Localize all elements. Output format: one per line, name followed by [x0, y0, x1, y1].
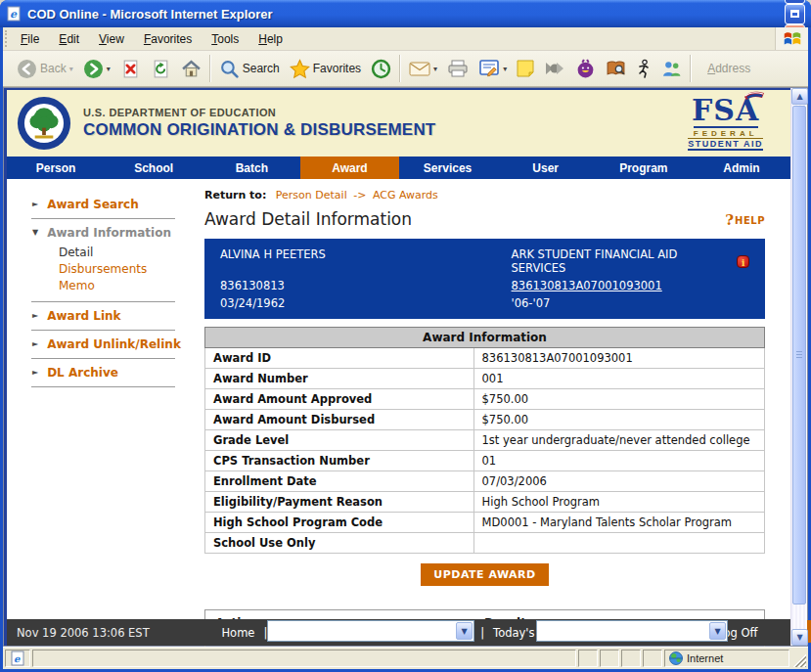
- sidebar-divider: [31, 301, 175, 302]
- tab-batch[interactable]: Batch: [203, 157, 300, 179]
- school-info-icon[interactable]: i: [737, 255, 749, 268]
- breadcrumb: Return to: Person Detail -> ACG Awards: [204, 189, 765, 202]
- field-value: $750.00: [473, 389, 764, 410]
- action-code-select[interactable]: [268, 621, 473, 641]
- expanded-arrow-icon: ▼: [32, 226, 38, 237]
- help-link[interactable]: ? HELP: [725, 211, 765, 229]
- back-button[interactable]: Back ▾: [12, 54, 78, 84]
- sidebar-item-detail[interactable]: Detail: [59, 245, 195, 260]
- sidebar-item-award-information[interactable]: ▼ Award Information: [7, 221, 195, 245]
- award-information-table: Award Information Award ID836130813A0700…: [204, 327, 765, 554]
- tab-award[interactable]: Award: [300, 157, 398, 179]
- maximize-button[interactable]: [785, 4, 805, 24]
- field-label: Award Amount Approved: [205, 389, 474, 410]
- tab-school[interactable]: School: [105, 157, 203, 179]
- vertical-scrollbar[interactable]: ▲ ▼: [790, 88, 807, 646]
- help-label: HELP: [735, 215, 765, 226]
- svg-text:e: e: [14, 653, 21, 664]
- toolbar-separator: [209, 55, 211, 82]
- minimize-button[interactable]: [785, 0, 805, 4]
- mail-button[interactable]: ▾: [404, 54, 442, 84]
- page: U.S. DEPARTMENT OF EDUCATION COMMON ORIG…: [4, 88, 790, 646]
- breadcrumb-person-detail-link[interactable]: Person Detail: [276, 189, 347, 202]
- aim-button[interactable]: [631, 54, 656, 84]
- title-bar[interactable]: e COD Online - Microsoft Internet Explor…: [0, 0, 811, 27]
- return-to-label: Return to:: [204, 189, 266, 202]
- menu-file[interactable]: File: [12, 30, 48, 48]
- edit-button[interactable]: ▾: [473, 54, 512, 84]
- table-row: Enrollment Date07/03/2006: [205, 471, 765, 492]
- scrollbar-thumb[interactable]: [792, 106, 806, 605]
- collapsed-arrow-icon: ►: [32, 309, 38, 320]
- research-button[interactable]: [601, 54, 631, 84]
- media-button[interactable]: [539, 54, 570, 84]
- history-icon: [371, 59, 391, 79]
- award-year: '06-'07: [512, 296, 749, 310]
- field-label: Award Number: [205, 369, 474, 389]
- menu-help[interactable]: Help: [249, 30, 292, 48]
- favorites-button[interactable]: Favorites: [285, 54, 366, 84]
- forward-button[interactable]: ▾: [78, 54, 115, 84]
- student-ssn: 836130813: [220, 279, 512, 292]
- resize-grip-handle[interactable]: [791, 650, 806, 667]
- fsa-flag-icon: [743, 89, 765, 101]
- footer-link-home[interactable]: Home: [221, 626, 254, 640]
- sidebar-item-award-link[interactable]: ► Award Link: [7, 304, 195, 328]
- sidebar-item-award-search[interactable]: ► Award Search: [7, 193, 195, 216]
- tab-person[interactable]: Person: [7, 157, 105, 179]
- tab-user[interactable]: User: [497, 157, 595, 179]
- award-id-link[interactable]: 836130813A07001093001: [512, 279, 749, 292]
- print-button[interactable]: [442, 54, 473, 84]
- refresh-button[interactable]: [146, 54, 176, 84]
- primary-nav: Person School Batch Award Services User …: [7, 157, 790, 179]
- status-pane: [621, 650, 641, 667]
- tab-admin[interactable]: Admin: [693, 157, 790, 179]
- yahoo-messenger-button[interactable]: [570, 54, 601, 84]
- field-label: Award ID: [205, 348, 474, 369]
- search-button[interactable]: Search: [214, 54, 285, 84]
- scroll-down-button[interactable]: ▼: [791, 629, 808, 646]
- scroll-up-button[interactable]: ▲: [791, 88, 808, 105]
- table-row: Award Amount Approved$750.00: [205, 389, 765, 410]
- history-button[interactable]: [366, 54, 396, 84]
- notes-button[interactable]: [512, 54, 539, 84]
- sidebar-label: Award Search: [47, 198, 139, 211]
- sidebar-divider: [31, 358, 175, 359]
- menu-grip-handle[interactable]: [5, 30, 10, 47]
- collapsed-arrow-icon: ►: [32, 366, 38, 377]
- back-dropdown-icon: ▾: [69, 65, 73, 73]
- student-dob: 03/24/1962: [220, 296, 512, 310]
- tab-services[interactable]: Services: [399, 157, 497, 179]
- fsa-federal-label: FEDERAL: [694, 126, 758, 138]
- result-code-select[interactable]: [537, 621, 727, 641]
- sidebar-label: DL Archive: [47, 366, 118, 380]
- footer-timestamp: Nov 19 2006 13:06 EST: [7, 626, 203, 640]
- sidebar-item-memo[interactable]: Memo: [59, 278, 195, 293]
- sidebar-item-disbursements[interactable]: Disbursements: [59, 261, 195, 277]
- update-award-button[interactable]: UPDATE AWARD: [421, 563, 548, 586]
- status-pane: [643, 650, 662, 667]
- table-row: Award Amount Disbursed$750.00: [205, 410, 765, 430]
- search-label: Search: [243, 62, 280, 75]
- student-name: ALVINA H PEETERS: [220, 247, 512, 275]
- help-question-icon: ?: [725, 211, 734, 229]
- menu-edit[interactable]: Edit: [50, 30, 88, 48]
- sidebar-item-award-unlink-relink[interactable]: ► Award Unlink/Relink: [7, 333, 195, 356]
- sidebar-item-dl-archive[interactable]: ► DL Archive: [7, 361, 195, 384]
- menu-tools[interactable]: Tools: [203, 30, 248, 48]
- field-label: School Use Only: [205, 533, 474, 554]
- home-button[interactable]: [176, 54, 206, 84]
- messenger-button[interactable]: [656, 54, 687, 84]
- table-row: School Use Only: [205, 533, 765, 554]
- field-label: Award Amount Disbursed: [205, 410, 474, 430]
- menu-favorites[interactable]: Favorites: [135, 30, 201, 48]
- mail-dropdown-icon: ▾: [433, 65, 437, 73]
- search-icon: [219, 59, 240, 79]
- menu-bar: File Edit View Favorites Tools Help: [3, 27, 808, 51]
- stop-button[interactable]: [115, 54, 146, 84]
- menu-view[interactable]: View: [90, 30, 133, 48]
- tab-program[interactable]: Program: [595, 157, 693, 179]
- breadcrumb-acg-awards-link[interactable]: ACG Awards: [373, 189, 438, 202]
- table-row: Award ID836130813A07001093001: [205, 348, 765, 369]
- toolbar: Back ▾ ▾: [3, 51, 808, 87]
